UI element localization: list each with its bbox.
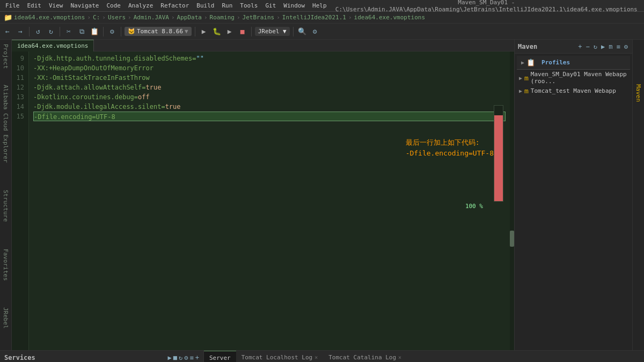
menu-help[interactable]: Help — [309, 2, 330, 10]
maven-side-label[interactable]: Maven — [632, 40, 644, 147]
project1-arrow: ▶ — [519, 75, 522, 81]
log-tab-server-label: Server — [209, 354, 231, 361]
maven-profiles-section: ▶ 📋 Profiles — [517, 56, 630, 70]
maven-run-btn[interactable]: ▶ — [600, 42, 606, 51]
menu-code[interactable]: Code — [103, 2, 124, 10]
menu-analyze[interactable]: Analyze — [125, 2, 156, 10]
maven-project-2[interactable]: ▶ m Tomcat_test Maven Webapp — [517, 86, 630, 96]
editor-scrollbar[interactable] — [510, 51, 514, 350]
breadcrumb-users[interactable]: Users — [108, 14, 126, 21]
search-btn[interactable]: 🔍 — [297, 26, 308, 37]
menu-navigate[interactable]: Navigate — [68, 2, 103, 10]
line-num-15: 15 — [14, 112, 24, 121]
breadcrumb-file[interactable]: idea64.exe.vmoptions — [354, 14, 425, 21]
menu-file[interactable]: File — [2, 2, 23, 10]
svc-menu-btn[interactable]: ≡ — [190, 354, 194, 361]
code-line-15: -Dfile.encoding=UTF-8 — [33, 112, 506, 121]
svc-reload-btn[interactable]: ↻ — [179, 354, 182, 361]
maven-add-btn[interactable]: + — [577, 42, 583, 51]
annotation-line2: -Dfile.encoding=UTF-8 — [406, 148, 494, 159]
paste-btn[interactable]: 📋 — [89, 26, 100, 37]
code-line-10: -XX:+HeapDumpOnOutOfMemoryError — [33, 63, 506, 73]
redo-btn[interactable]: ↻ — [46, 26, 56, 37]
project-path: Maven_SM_Day01 - C:\Users\Admin.JAVA\App… — [331, 0, 642, 13]
log-tab-localhost-close[interactable]: × — [314, 354, 318, 360]
breadcrumb-project[interactable]: idea64.exe.vmoptions — [14, 14, 85, 21]
tomcat-badge: 🐱 Tomcat 8.8.66 ▼ — [125, 27, 192, 36]
code-content[interactable]: -Djdk.http.auth.tunneling.disabledScheme… — [29, 51, 510, 350]
menu-git[interactable]: Git — [262, 2, 279, 10]
scroll-thumb — [510, 231, 514, 247]
log-tab-catalina-close[interactable]: × — [398, 354, 401, 360]
editor-area: idea64.exe.vmoptions 9 10 11 12 13 14 15… — [12, 40, 514, 350]
left-sidebar: Project Alibaba Cloud Explorer Structure… — [0, 40, 12, 350]
breadcrumb-roaming[interactable]: Roaming — [210, 14, 235, 21]
maven-profiles-item[interactable]: ▶ 📋 Profiles — [519, 57, 628, 68]
menu-run[interactable]: Run — [218, 2, 236, 10]
log-tab-catalina[interactable]: Tomcat Catalina Log × — [323, 351, 407, 363]
log-tab-localhost[interactable]: Tomcat Localhost Log × — [236, 351, 323, 363]
settings-btn[interactable]: ⚙ — [107, 26, 118, 37]
svc-settings-btn[interactable]: ⚙ — [184, 354, 188, 361]
project2-icon: m — [524, 87, 529, 95]
profiles-arrow: ▶ — [521, 60, 524, 65]
maven-header: Maven + − ↻ ▶ m ≡ ⚙ — [515, 40, 632, 54]
svc-run-btn[interactable]: ▶ — [168, 354, 172, 361]
svc-stop-btn[interactable]: ■ — [173, 354, 177, 361]
chart-bar — [494, 105, 503, 202]
tomcat-icon: 🐱 — [128, 28, 135, 35]
copy-btn[interactable]: ⧉ — [76, 26, 87, 37]
stop-btn[interactable]: ■ — [237, 26, 248, 37]
file-tab-vmoptions[interactable]: idea64.exe.vmoptions — [12, 40, 94, 51]
log-tab-server[interactable]: Server — [204, 351, 236, 363]
breadcrumb-admin[interactable]: Admin.JAVA — [134, 14, 169, 21]
line-num-14: 14 — [14, 102, 24, 112]
undo-btn[interactable]: ↺ — [33, 26, 43, 37]
toolbar-sep-1 — [29, 27, 30, 36]
forward-btn[interactable]: → — [15, 26, 26, 37]
menu-tools[interactable]: Tools — [237, 2, 261, 10]
breadcrumb-sep-7: › — [348, 14, 352, 21]
breadcrumb-intellij[interactable]: IntelliJIdea2021.1 — [282, 14, 346, 21]
menu-window[interactable]: Window — [280, 2, 308, 10]
maven-reload-btn[interactable]: ↻ — [592, 42, 598, 51]
maven-minus-btn[interactable]: − — [585, 42, 591, 51]
breadcrumb-jetbrains[interactable]: JetBrains — [243, 14, 275, 21]
tomcat-dropdown[interactable]: ▼ — [185, 28, 188, 35]
maven-menu-btn[interactable]: ≡ — [616, 42, 621, 51]
cloud-panel-label[interactable]: Alibaba Cloud Explorer — [1, 83, 10, 165]
favorites-panel-label[interactable]: Favorites — [1, 247, 10, 283]
breadcrumb-sep-5: › — [237, 14, 240, 21]
project1-name: Maven_SM_Day01 Maven Webapp (roo... — [531, 71, 628, 85]
line-num-9: 9 — [14, 54, 24, 63]
cut-btn[interactable]: ✂ — [63, 26, 74, 37]
menu-build[interactable]: Build — [193, 2, 217, 10]
menu-refactor[interactable]: Refactor — [157, 2, 192, 10]
structure-panel-label[interactable]: Structure — [1, 188, 10, 224]
profiles-label: Profiles — [537, 58, 574, 67]
debug-btn[interactable]: 🐛 — [211, 26, 222, 37]
breadcrumb-appdata[interactable]: AppData — [177, 14, 202, 21]
toolbar-sep-6 — [251, 27, 252, 36]
svc-add-btn[interactable]: + — [195, 354, 199, 361]
breadcrumb-c[interactable]: C: — [93, 14, 100, 21]
maven-settings-btn[interactable]: ⚙ — [623, 42, 629, 51]
maven-project-1[interactable]: ▶ m Maven_SM_Day01 Maven Webapp (roo... — [517, 70, 630, 86]
menu-edit[interactable]: Edit — [24, 2, 45, 10]
log-tab-catalina-label: Tomcat Catalina Log — [328, 354, 396, 361]
line-num-10: 10 — [14, 63, 24, 73]
project-panel-label[interactable]: Project — [1, 42, 10, 71]
services-panel: Services ▶ ■ ↻ ⚙ ≡ + ▼ Tomcat Server — [0, 351, 644, 362]
project1-icon: m — [524, 74, 529, 82]
gear-btn[interactable]: ⚙ — [310, 26, 320, 37]
back-btn[interactable]: ← — [2, 26, 13, 37]
maven-m-btn[interactable]: m — [608, 42, 613, 51]
services-header: Services ▶ ■ ↻ ⚙ ≡ + — [0, 351, 203, 362]
menu-view[interactable]: View — [46, 2, 67, 10]
rebel-panel-label[interactable]: JRebel — [1, 305, 10, 331]
breadcrumb-sep-1: › — [102, 14, 106, 21]
breadcrumb-sep-0: › — [87, 14, 91, 21]
run-config-btn[interactable]: ▶ — [199, 26, 209, 37]
run-with-coverage-btn[interactable]: ▶ — [224, 26, 235, 37]
code-editor[interactable]: 9 10 11 12 13 14 15 -Djdk.http.auth.tunn… — [12, 51, 514, 350]
